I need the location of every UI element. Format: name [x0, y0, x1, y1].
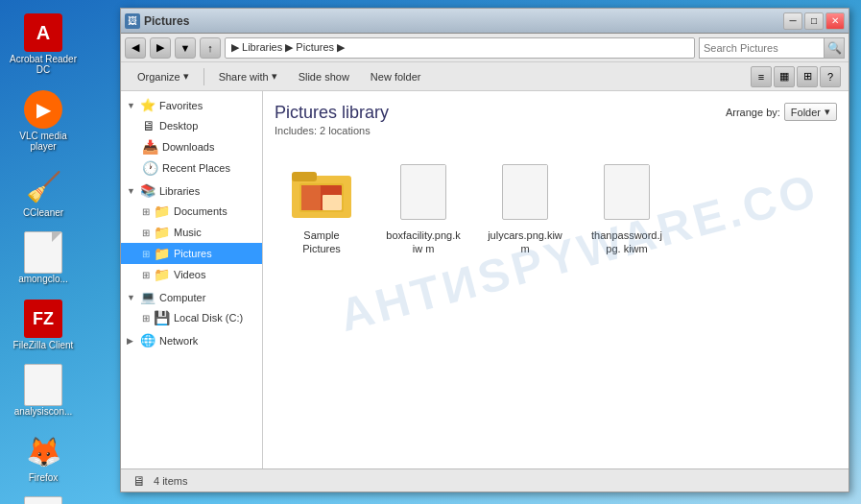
back-button[interactable]: ◀ — [125, 37, 146, 59]
recent-icon: 🕐 — [142, 160, 158, 176]
sidebar-group-computer[interactable]: ▼ 💻 Computer — [121, 287, 262, 307]
new-folder-button[interactable]: New folder — [362, 66, 430, 87]
slideshow-button[interactable]: Slide show — [290, 66, 358, 87]
sidebar-group-libraries[interactable]: ▼ 📚 Libraries — [121, 180, 262, 201]
organize-button[interactable]: Organize ▾ — [129, 66, 198, 87]
desktop-icon-sidebar: 🖥 — [142, 118, 155, 133]
sidebar-pictures-label: Pictures — [174, 248, 212, 259]
favorites-label: Favorites — [159, 100, 203, 111]
file-grid: Sample Pictures boxfacility.png.kiw m — [275, 152, 837, 266]
computer-status-icon: 🖥 — [132, 473, 146, 489]
file-label: boxfacility.png.kiw m — [386, 228, 461, 256]
window-title: Pictures — [144, 14, 783, 28]
sidebar-item-music[interactable]: ⊞ 📁 Music — [121, 222, 262, 243]
firefox-label: Firefox — [29, 472, 59, 483]
view-tile-button[interactable]: ▦ — [774, 66, 795, 87]
toolbar-separator-1 — [203, 68, 204, 85]
sidebar-section-favorites: ▼ ⭐ Favorites 🖥 Desktop 📥 Downloads 🕐 Re… — [121, 95, 262, 179]
title-bar: 🖼 Pictures ─ □ ✕ — [121, 9, 849, 34]
arrange-arrow-icon: ▾ — [825, 106, 830, 118]
view-list-button[interactable]: ≡ — [751, 66, 772, 87]
sidebar-group-favorites[interactable]: ▼ ⭐ Favorites — [121, 95, 262, 115]
folder-svg — [292, 166, 351, 218]
computer-icon: 💻 — [140, 290, 155, 304]
list-item[interactable]: Sample Pictures — [278, 156, 365, 262]
up-button[interactable]: ↑ — [200, 37, 221, 59]
sidebar-item-documents[interactable]: ⊞ 📁 Documents — [121, 201, 262, 222]
computer-label: Computer — [159, 292, 205, 303]
analysiscon-label: analysiscon... — [14, 406, 73, 417]
sidebar-item-pictures[interactable]: ⊞ 📁 Pictures — [121, 243, 262, 264]
view-details-button[interactable]: ⊞ — [797, 66, 818, 87]
help-button[interactable]: ? — [820, 66, 841, 87]
music-folder-icon: 📁 — [154, 225, 170, 240]
vlc-label: VLC media player — [9, 131, 78, 152]
library-header: Pictures library Includes: 2 locations A… — [275, 103, 837, 136]
network-icon: 🌐 — [140, 333, 155, 348]
list-item[interactable]: thanpassword.jpg. kiwm — [584, 156, 670, 262]
arrange-label: Arrange by: — [726, 107, 780, 118]
arrange-by: Arrange by: Folder ▾ — [726, 103, 837, 121]
forward-button[interactable]: ▶ — [150, 37, 171, 59]
desktop-icon-acrobat[interactable]: A Acrobat Reader DC — [5, 10, 82, 79]
downloads-icon: 📥 — [142, 139, 158, 155]
among-label: amongclo... — [18, 274, 68, 284]
among-icon — [24, 233, 62, 272]
sidebar-item-localc[interactable]: ⊞ 💾 Local Disk (C:) — [121, 307, 262, 328]
network-label: Network — [159, 335, 198, 347]
vlc-icon: ▶ — [24, 90, 62, 129]
file-icon-julycars — [494, 161, 556, 223]
libraries-arrow: ▼ — [127, 186, 136, 196]
sidebar-recent-label: Recent Places — [162, 162, 230, 174]
desktop-icon-among[interactable]: amongclo... — [5, 229, 82, 288]
computer-arrow: ▼ — [127, 293, 136, 302]
search-input[interactable] — [699, 37, 824, 59]
desktop-icon-filezilla[interactable]: FZ FileZilla Client — [5, 296, 82, 354]
desktop-icon-firefox[interactable]: 🦊 Firefox — [5, 428, 82, 487]
analysiscon-icon — [24, 366, 62, 404]
sidebar-downloads-label: Downloads — [162, 141, 214, 153]
arrange-dropdown[interactable]: Folder ▾ — [784, 103, 837, 121]
sidebar-item-recent[interactable]: 🕐 Recent Places — [121, 157, 262, 179]
arrange-value: Folder — [791, 107, 821, 118]
search-bar: 🔍 — [699, 37, 845, 59]
sidebar-section-computer: ▼ 💻 Computer ⊞ 💾 Local Disk (C:) — [121, 287, 262, 328]
breadcrumb[interactable]: ▶ Libraries ▶ Pictures ▶ — [225, 37, 695, 59]
main-content: ▼ ⭐ Favorites 🖥 Desktop 📥 Downloads 🕐 Re… — [121, 91, 849, 468]
svg-rect-1 — [292, 172, 317, 181]
sidebar-desktop-label: Desktop — [159, 120, 198, 132]
sidebar-item-videos[interactable]: ⊞ 📁 Videos — [121, 264, 262, 285]
desktop-icon-analysiscon[interactable]: analysiscon... — [5, 362, 82, 420]
filezilla-icon: FZ — [24, 300, 62, 338]
sidebar-group-network[interactable]: ▶ 🌐 Network — [121, 330, 262, 350]
content-pane: Pictures library Includes: 2 locations A… — [263, 91, 849, 468]
sidebar-item-downloads[interactable]: 📥 Downloads — [121, 136, 262, 157]
desktop-icon-vlc[interactable]: ▶ VLC media player — [5, 86, 82, 156]
desktop-icon-ccleaner[interactable]: 🧹 CCleaner — [5, 163, 82, 222]
sidebar: ▼ ⭐ Favorites 🖥 Desktop 📥 Downloads 🕐 Re… — [121, 91, 263, 468]
sidebar-item-desktop[interactable]: 🖥 Desktop — [121, 115, 262, 136]
library-subtitle: Includes: 2 locations — [275, 125, 389, 136]
firefox-icon: 🦊 — [24, 432, 62, 470]
maximize-button[interactable]: □ — [804, 12, 824, 30]
list-item[interactable]: boxfacility.png.kiw m — [380, 156, 466, 262]
acrobat-icon: A — [24, 13, 62, 52]
list-item[interactable]: julycars.png.kiwm — [482, 156, 568, 262]
desktop-icon-approachsa[interactable]: approachsa... — [5, 494, 82, 504]
sidebar-music-label: Music — [174, 227, 202, 238]
pictures-window: 🖼 Pictures ─ □ ✕ ◀ ▶ ▼ ↑ ▶ Libraries ▶ P… — [120, 8, 849, 492]
status-bar: 🖥 4 items — [121, 468, 849, 492]
sidebar-documents-label: Documents — [174, 205, 227, 217]
window-icon: 🖼 — [125, 13, 140, 29]
search-button[interactable]: 🔍 — [824, 37, 845, 59]
library-info: Pictures library Includes: 2 locations — [275, 103, 389, 136]
favorites-arrow: ▼ — [127, 101, 136, 110]
desktop: A Acrobat Reader DC ▶ VLC media player 🧹… — [0, 0, 115, 504]
recent-locations-button[interactable]: ▼ — [175, 37, 196, 59]
libraries-label: Libraries — [159, 185, 200, 197]
minimize-button[interactable]: ─ — [783, 12, 802, 30]
share-with-button[interactable]: Share with ▾ — [210, 66, 286, 87]
approachsa-icon — [24, 498, 62, 504]
acrobat-label: Acrobat Reader DC — [9, 54, 78, 75]
close-button[interactable]: ✕ — [825, 12, 845, 30]
